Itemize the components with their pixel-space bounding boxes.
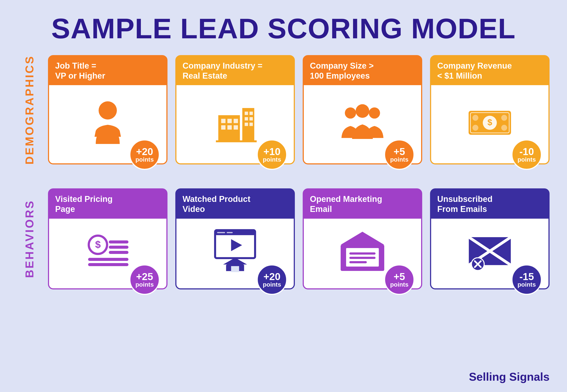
unsubscribe-icon xyxy=(466,225,514,273)
card-company-revenue: Company Revenue< $1 Million $ xyxy=(430,55,550,164)
building-icon xyxy=(211,96,259,144)
demographics-section: DEMOGRAPHICS Job Title =VP or Higher xyxy=(17,55,550,164)
svg-rect-10 xyxy=(245,112,248,115)
card-visited-pricing-icon-area: $ xyxy=(79,219,136,278)
svg-rect-13 xyxy=(250,117,253,120)
points-badge-visited-pricing: +25 points xyxy=(129,264,160,295)
points-value-job-title: +20 xyxy=(136,147,153,157)
points-value-unsubscribed: -15 xyxy=(520,272,534,281)
points-value-company-revenue: -10 xyxy=(520,147,534,157)
card-company-industry-icon-area xyxy=(207,85,263,153)
svg-rect-7 xyxy=(221,125,225,130)
card-watched-video-header: Watched ProductVideo xyxy=(177,189,294,218)
demographics-label-wrapper: DEMOGRAPHICS xyxy=(17,55,42,164)
svg-point-18 xyxy=(369,107,380,118)
card-company-industry: Company Industry =Real Estate xyxy=(175,55,295,164)
svg-rect-9 xyxy=(234,125,238,130)
svg-rect-33 xyxy=(88,258,128,261)
points-value-watched-video: +20 xyxy=(263,272,281,281)
card-company-revenue-icon-area: $ xyxy=(462,85,518,153)
svg-marker-43 xyxy=(341,232,384,245)
card-company-size-header: Company Size >100 Employees xyxy=(304,56,421,85)
money-icon: $ xyxy=(466,96,514,144)
page-title: SAMPLE LEAD SCORING MODEL xyxy=(17,13,550,44)
card-watched-video: Watched ProductVideo xyxy=(175,188,295,289)
card-company-size-icon-area xyxy=(334,85,391,153)
points-label-company-size: points xyxy=(390,157,408,163)
behaviors-label: BEHAVIORS xyxy=(23,200,36,278)
video-icon xyxy=(211,225,259,273)
svg-rect-4 xyxy=(221,119,225,123)
svg-rect-48 xyxy=(349,261,367,263)
demographics-label: DEMOGRAPHICS xyxy=(23,55,36,164)
svg-point-24 xyxy=(472,115,478,121)
card-company-size: Company Size >100 Employees xyxy=(303,55,422,164)
email-icon xyxy=(339,225,387,273)
svg-point-25 xyxy=(501,115,507,121)
svg-rect-37 xyxy=(217,232,225,233)
points-label-watched-video: points xyxy=(263,281,281,288)
points-badge-watched-video: +20 points xyxy=(257,264,287,295)
points-label-visited-pricing: points xyxy=(135,281,154,288)
svg-rect-8 xyxy=(227,125,232,130)
points-badge-job-title: +20 points xyxy=(129,139,160,170)
points-badge-company-size: +5 points xyxy=(384,139,415,170)
card-visited-pricing-header: Visited PricingPage xyxy=(49,189,166,218)
points-label-company-revenue: points xyxy=(518,157,536,163)
svg-rect-34 xyxy=(88,263,128,266)
card-unsubscribed-icon-area xyxy=(462,219,518,278)
card-job-title-icon-area xyxy=(79,85,136,153)
svg-rect-14 xyxy=(245,123,248,126)
points-badge-company-industry: +10 points xyxy=(257,139,287,170)
svg-marker-39 xyxy=(231,239,242,251)
branding: Selling Signals xyxy=(469,370,550,383)
card-job-title: Job Title =VP or Higher +20 xyxy=(48,55,167,164)
points-value-company-industry: +10 xyxy=(263,147,281,157)
svg-rect-38 xyxy=(227,232,233,233)
svg-rect-30 xyxy=(109,240,128,243)
card-visited-pricing: Visited PricingPage $ xyxy=(48,188,167,289)
svg-point-27 xyxy=(501,125,507,131)
card-unsubscribed: UnsubscribedFrom Emails xyxy=(430,188,550,289)
points-label-unsubscribed: points xyxy=(518,281,536,288)
points-value-visited-pricing: +25 xyxy=(136,272,153,281)
svg-rect-16 xyxy=(216,140,257,142)
points-value-opened-email: +5 xyxy=(394,272,405,281)
card-job-title-header: Job Title =VP or Higher xyxy=(49,56,166,85)
svg-rect-42 xyxy=(231,266,239,272)
points-label-job-title: points xyxy=(135,157,154,163)
card-opened-email: Opened MarketingEmail xyxy=(303,188,422,289)
pricing-icon: $ xyxy=(84,225,132,273)
svg-rect-6 xyxy=(234,119,238,123)
svg-point-26 xyxy=(472,125,478,131)
points-badge-company-revenue: -10 points xyxy=(511,139,542,170)
svg-text:$: $ xyxy=(487,118,492,127)
person-icon xyxy=(84,96,132,144)
svg-rect-31 xyxy=(109,246,128,249)
behaviors-label-wrapper: BEHAVIORS xyxy=(17,188,42,289)
svg-rect-15 xyxy=(250,123,253,126)
group-icon xyxy=(339,96,387,144)
card-opened-email-header: Opened MarketingEmail xyxy=(304,189,421,218)
points-badge-opened-email: +5 points xyxy=(384,264,415,295)
svg-point-19 xyxy=(356,104,369,118)
svg-rect-32 xyxy=(109,251,128,254)
behaviors-cards-row: Visited PricingPage $ xyxy=(48,188,550,289)
card-opened-email-icon-area xyxy=(334,219,391,278)
svg-rect-46 xyxy=(349,252,375,255)
svg-rect-12 xyxy=(245,117,248,120)
behaviors-section: BEHAVIORS Visited PricingPage $ xyxy=(17,188,550,289)
svg-rect-11 xyxy=(250,112,253,115)
card-company-industry-header: Company Industry =Real Estate xyxy=(177,56,294,85)
card-unsubscribed-header: UnsubscribedFrom Emails xyxy=(431,189,549,218)
svg-point-17 xyxy=(345,107,356,118)
points-label-company-industry: points xyxy=(263,157,281,163)
svg-rect-47 xyxy=(349,257,375,259)
points-label-opened-email: points xyxy=(390,281,408,288)
card-watched-video-icon-area xyxy=(207,219,263,278)
points-value-company-size: +5 xyxy=(394,147,405,157)
svg-rect-5 xyxy=(227,119,232,123)
points-badge-unsubscribed: -15 points xyxy=(511,264,542,295)
page-wrapper: SAMPLE LEAD SCORING MODEL DEMOGRAPHICS J… xyxy=(0,0,567,392)
card-company-revenue-header: Company Revenue< $1 Million xyxy=(431,56,549,85)
